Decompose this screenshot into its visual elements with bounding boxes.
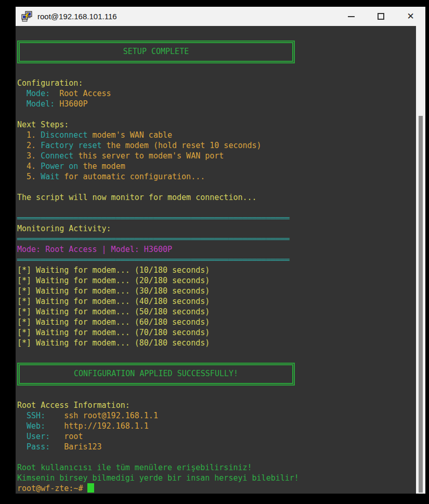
terminal-line: User: root <box>17 431 416 442</box>
scrollbar[interactable] <box>416 26 425 494</box>
terminal-output[interactable]: SETUP COMPLETEConfiguration: Mode: Root … <box>16 26 416 494</box>
terminal-line: Root Access Information: <box>17 400 416 410</box>
banner-box: SETUP COMPLETE <box>17 36 416 68</box>
blank-line <box>17 452 416 462</box>
terminal-line: 1. Disconnect modem's WAN cable <box>17 130 416 140</box>
terminal-line: [*] Waiting for modem... (10/180 seconds… <box>17 265 416 275</box>
terminal-line: Mode: Root Access <box>17 88 416 99</box>
banner-text: SETUP COMPLETE <box>123 47 189 56</box>
terminal-line: The script will now monitor for modem co… <box>17 192 416 203</box>
terminal-line: [*] Waiting for modem... (40/180 seconds… <box>17 296 416 307</box>
terminal-line: 5. Wait for automatic configuration... <box>17 171 416 182</box>
putty-icon[interactable] <box>21 10 33 23</box>
blank-line <box>17 390 416 400</box>
blank-line <box>17 68 416 78</box>
separator-line: ════════════════════════════════════════… <box>17 234 416 244</box>
terminal-line: 3. Connect this server to modem's WAN po… <box>17 151 416 161</box>
terminal-line: [*] Waiting for modem... (80/180 seconds… <box>17 338 416 348</box>
terminal-line: Pass: Baris123 <box>17 442 416 452</box>
blank-line <box>17 26 416 36</box>
blank-line <box>17 348 416 359</box>
terminal-line: Kimsenin birsey bilmedigi yerde bir insa… <box>17 473 416 483</box>
putty-window: root@192.168.101.116 ✕ SETUP COMPLETECon… <box>16 7 425 494</box>
banner-box: CONFIGURATION APPLIED SUCCESSFULLY! <box>17 359 416 390</box>
scrollbar-thumb[interactable] <box>419 116 423 493</box>
maximize-button[interactable] <box>366 7 396 26</box>
terminal-line: 2. Factory reset the modem (hold reset 1… <box>17 140 416 151</box>
blank-line <box>17 203 416 213</box>
terminal-line: [*] Waiting for modem... (50/180 seconds… <box>17 307 416 317</box>
blank-line <box>17 109 416 120</box>
terminal-line: [*] Waiting for modem... (30/180 seconds… <box>17 286 416 296</box>
prompt-line: root@wf-zte:~# <box>17 483 416 494</box>
terminal-line: Mode: Root Access | Model: H3600P <box>17 244 416 255</box>
titlebar[interactable]: root@192.168.101.116 ✕ <box>16 7 425 26</box>
minimize-button[interactable] <box>336 7 366 26</box>
window-controls: ✕ <box>336 7 425 26</box>
terminal-line: Next Steps: <box>17 120 416 130</box>
terminal-cursor <box>87 483 94 493</box>
window-title: root@192.168.101.116 <box>37 12 117 21</box>
terminal-line: [*] Waiting for modem... (70/180 seconds… <box>17 327 416 338</box>
close-icon: ✕ <box>407 12 414 21</box>
terminal-line: Model: H3600P <box>17 99 416 109</box>
terminal-line: Monitoring Activity: <box>17 223 416 234</box>
maximize-icon <box>378 13 384 20</box>
terminal-line: Configuration: <box>17 78 416 88</box>
separator-line: ════════════════════════════════════════… <box>17 213 416 223</box>
terminal-line: 4. Power on the modem <box>17 161 416 171</box>
minimize-icon <box>348 16 355 17</box>
terminal-line: Root kullanıcısı ile tüm menülere erişeb… <box>17 462 416 473</box>
terminal-line: [*] Waiting for modem... (20/180 seconds… <box>17 275 416 286</box>
separator-line: ════════════════════════════════════════… <box>17 255 416 265</box>
close-button[interactable]: ✕ <box>396 7 425 26</box>
terminal-line: SSH: ssh root@192.168.1.1 <box>17 410 416 421</box>
banner-text: CONFIGURATION APPLIED SUCCESSFULLY! <box>74 369 238 378</box>
terminal-line: Web: http://192.168.1.1 <box>17 421 416 431</box>
blank-line <box>17 182 416 192</box>
terminal-line: [*] Waiting for modem... (60/180 seconds… <box>17 317 416 327</box>
